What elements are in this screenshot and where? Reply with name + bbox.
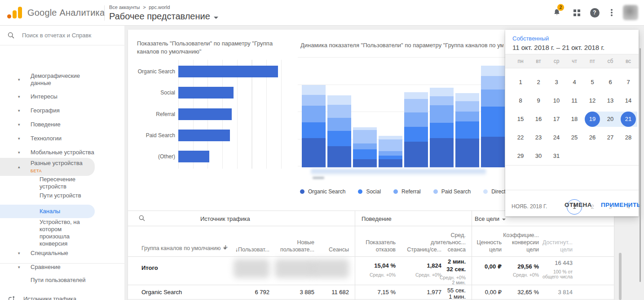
- sidebar-item-channels[interactable]: Каналы: [0, 205, 95, 218]
- calendar-day-22-oct[interactable]: 22: [512, 128, 529, 147]
- column-header-bounce-rate[interactable]: Показатель отказов: [360, 239, 396, 253]
- sidebar-item-demographics[interactable]: ▾Демографические данные: [0, 72, 124, 88]
- cancel-button[interactable]: ОТМЕНА: [565, 201, 592, 208]
- calendar-day-26-oct[interactable]: 26: [583, 128, 601, 147]
- calendar-day-12-oct[interactable]: 12: [583, 91, 601, 110]
- breadcrumb-separator: >: [143, 4, 146, 10]
- sidebar-item-device-paths[interactable]: Пути устройств: [0, 190, 124, 201]
- calendar-day-5-oct[interactable]: 5: [583, 73, 601, 91]
- sidebar-item-text: Мобильные устройства: [31, 149, 94, 156]
- sidebar-item-user-paths[interactable]: Пути пользователей: [0, 275, 124, 286]
- bar-organic-search: [178, 66, 278, 77]
- calendar-day-16-oct[interactable]: 16: [529, 110, 547, 128]
- calendar-day-18-oct[interactable]: 18: [565, 110, 583, 128]
- calendar-day-27-oct[interactable]: 27: [601, 128, 619, 147]
- calendar-day-3-oct[interactable]: 3: [547, 73, 565, 91]
- view-selector[interactable]: Рабочее представление: [109, 11, 218, 22]
- sidebar-item-interests[interactable]: ▾Интересы: [0, 91, 124, 102]
- notifications-bell-button[interactable]: 2: [551, 6, 563, 19]
- sidebar-item-technology[interactable]: ▾Технологии: [0, 133, 124, 144]
- sidebar-item-behavior[interactable]: ▾Поведение: [0, 119, 124, 130]
- segment-paid-search: [404, 99, 428, 113]
- report-search[interactable]: [0, 26, 124, 45]
- analytics-logo-icon: [7, 7, 22, 18]
- weekday-header-row: пнвтсрчтптсбвс: [505, 54, 639, 68]
- search-input[interactable]: [21, 31, 115, 39]
- calendar-day-11-oct[interactable]: 11: [565, 91, 583, 110]
- calendar-day-9-oct[interactable]: 9: [529, 91, 547, 110]
- calendar-day-15-oct[interactable]: 15: [512, 110, 529, 128]
- sidebar-item-traffic-sources[interactable]: Источники трафика: [0, 291, 124, 300]
- calendar-day-30-oct[interactable]: 30: [529, 147, 547, 165]
- column-header-goal-completions[interactable]: Достигнут... цели: [537, 239, 573, 253]
- column-header-new-users[interactable]: Новые пользовате...: [274, 239, 314, 253]
- sidebar-item-cross-device[interactable]: ▴Разные устройстваБЕТА: [0, 158, 95, 176]
- column-header-channel-grouping[interactable]: Группа каналов по умолчанию: [141, 245, 227, 251]
- column-header-users[interactable]: ↓Пользоват...: [230, 246, 269, 253]
- sidebar-item-label: Мобильные устройства: [31, 149, 94, 156]
- calendar-day-21-oct[interactable]: 21: [619, 110, 637, 128]
- calendar-day-1-oct[interactable]: 1: [512, 73, 529, 91]
- sidebar-divider: [0, 263, 124, 264]
- calendar-day-2-oct[interactable]: 2: [529, 73, 547, 91]
- segment-organic-search: [302, 138, 326, 167]
- google-analytics-logo[interactable]: Google Аналитика: [7, 7, 105, 18]
- sidebar-item-geo[interactable]: ▾География: [0, 105, 124, 116]
- calendar-day-19-oct[interactable]: 19: [583, 110, 601, 128]
- calendar-day-8-oct[interactable]: 8: [512, 91, 529, 110]
- calendar-day-29-oct[interactable]: 29: [512, 147, 529, 165]
- legend-label: Referral: [401, 188, 421, 195]
- calendar-day-13-oct[interactable]: 13: [601, 91, 619, 110]
- apply-button[interactable]: ПРИМЕНИТЬ: [601, 201, 641, 208]
- column-header-goal-conversion-rate[interactable]: Коэффицие... конверсии цели: [503, 232, 539, 253]
- segment-social: [327, 131, 351, 146]
- column-header-goal-value[interactable]: Ценность цели: [467, 239, 502, 253]
- calendar-day-31-oct[interactable]: 31: [547, 147, 565, 165]
- breadcrumb-account[interactable]: ppc.world: [149, 4, 170, 10]
- table-scrollbar[interactable]: [619, 253, 622, 300]
- organic-duration-line1: 55 сек.: [430, 287, 466, 294]
- segment-organic-search: [327, 146, 351, 167]
- calendar-day-23-oct[interactable]: 23: [529, 128, 547, 147]
- segment-referral: [379, 151, 402, 156]
- bar-social: [178, 87, 234, 99]
- column-header-sessions[interactable]: Сеансы: [313, 246, 349, 253]
- date-preset-custom[interactable]: Собственный: [512, 35, 549, 42]
- total-duration-line1: 2 мин.: [430, 258, 466, 265]
- calendar-day-28-oct[interactable]: 28: [619, 128, 637, 147]
- table-search-button[interactable]: [138, 215, 146, 223]
- sidebar-item-device-overlap[interactable]: Пересечение устройств: [0, 175, 124, 191]
- total-completions-share-line2: общего числа: [537, 274, 573, 279]
- sidebar-item-custom[interactable]: ▾Специальные: [0, 248, 124, 259]
- totals-row-label: Итого: [141, 264, 158, 271]
- calendar-day-14-oct[interactable]: 14: [619, 91, 637, 110]
- calendar-day-24-oct[interactable]: 24: [547, 128, 565, 147]
- column-header-avg-session-duration[interactable]: Сред. длительнос... сеанса: [428, 232, 466, 253]
- chevron-down-icon: ▾: [18, 107, 31, 114]
- calendar-day-17-oct[interactable]: 17: [547, 110, 565, 128]
- goals-selector[interactable]: Все цели: [475, 215, 506, 222]
- chevron-down-icon: [214, 17, 218, 19]
- apps-grid-button[interactable]: [570, 6, 583, 19]
- avatar[interactable]: [623, 5, 638, 20]
- google-analytics-app: Google Аналитика Все аккаунты > ppc.worl…: [0, 0, 644, 300]
- total-bounce-rate-avg: Средн. +0%: [360, 272, 396, 278]
- calendar-day-7-oct[interactable]: 7: [619, 73, 637, 91]
- sidebar-item-conversion-device[interactable]: Устройство, на котором произошла конверс…: [0, 218, 124, 248]
- calendar-day-10-oct[interactable]: 10: [547, 91, 565, 110]
- calendar-day-25-oct[interactable]: 25: [565, 128, 583, 147]
- add-secondary-dimension-button[interactable]: +: [223, 243, 228, 252]
- chevron-down-icon: ▾: [18, 121, 31, 128]
- sidebar-item-text: Поведение: [31, 121, 61, 128]
- kebab-menu-button[interactable]: [605, 6, 618, 19]
- calendar-day-4-oct[interactable]: 4: [565, 73, 583, 91]
- calendar-day-6-oct[interactable]: 6: [601, 73, 619, 91]
- redacted-total-new-users: [275, 259, 314, 278]
- help-button[interactable]: ?: [588, 6, 601, 19]
- segment-paid-search: [302, 95, 326, 106]
- calendar-day-20-oct[interactable]: 20: [601, 110, 619, 128]
- row-organic-search-label[interactable]: Organic Search: [141, 289, 182, 296]
- breadcrumb-all-accounts[interactable]: Все аккаунты: [109, 4, 140, 10]
- page-scrollbar[interactable]: [640, 48, 641, 282]
- chevron-down-icon: ▾: [18, 264, 31, 271]
